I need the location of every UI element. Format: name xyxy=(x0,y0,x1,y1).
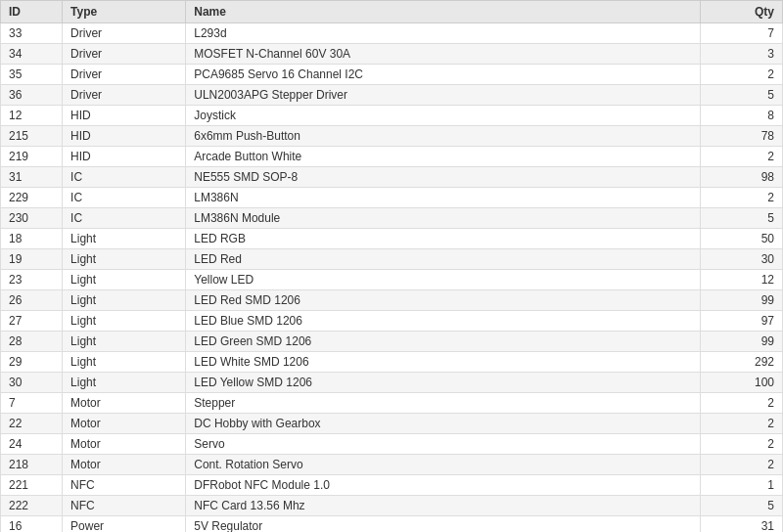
cell-name: LM386N Module xyxy=(186,208,701,229)
cell-type: HID xyxy=(63,126,186,147)
cell-id: 229 xyxy=(1,188,63,208)
cell-id: 26 xyxy=(1,290,63,311)
cell-qty: 2 xyxy=(700,188,782,208)
cell-id: 16 xyxy=(1,516,63,533)
table-row[interactable]: 27LightLED Blue SMD 120697 xyxy=(1,311,783,332)
table-row[interactable]: 221NFCDFRobot NFC Module 1.01 xyxy=(1,475,783,496)
cell-id: 215 xyxy=(1,126,63,147)
cell-qty: 98 xyxy=(700,167,782,188)
main-container: ID Type Name Qty 33DriverL293d734DriverM… xyxy=(0,0,783,532)
table-row[interactable]: 215HID6x6mm Push-Button78 xyxy=(1,126,783,147)
cell-name: 6x6mm Push-Button xyxy=(186,126,701,147)
table-row[interactable]: 34DriverMOSFET N-Channel 60V 30A3 xyxy=(1,44,783,65)
cell-qty: 2 xyxy=(700,65,782,85)
col-header-type[interactable]: Type xyxy=(63,1,186,23)
table-row[interactable]: 16Power5V Regulator31 xyxy=(1,516,783,533)
table-row[interactable]: 12HIDJoystick8 xyxy=(1,106,783,126)
table-row[interactable]: 35DriverPCA9685 Servo 16 Channel I2C2 xyxy=(1,65,783,85)
cell-name: DFRobot NFC Module 1.0 xyxy=(186,475,701,496)
cell-type: NFC xyxy=(63,475,186,496)
cell-qty: 30 xyxy=(700,249,782,270)
cell-type: Driver xyxy=(63,44,186,65)
cell-type: HID xyxy=(63,147,186,167)
inventory-table: ID Type Name Qty 33DriverL293d734DriverM… xyxy=(0,0,783,532)
table-row[interactable]: 36DriverULN2003APG Stepper Driver5 xyxy=(1,85,783,106)
cell-id: 31 xyxy=(1,167,63,188)
cell-name: NFC Card 13.56 Mhz xyxy=(186,496,701,516)
cell-qty: 5 xyxy=(700,85,782,106)
cell-id: 30 xyxy=(1,373,63,393)
cell-name: Joystick xyxy=(186,106,701,126)
col-header-name[interactable]: Name xyxy=(186,1,701,23)
table-row[interactable]: 23LightYellow LED12 xyxy=(1,270,783,290)
table-row[interactable]: 219HIDArcade Button White2 xyxy=(1,147,783,167)
cell-type: Light xyxy=(63,332,186,352)
cell-qty: 7 xyxy=(700,23,782,44)
cell-type: Light xyxy=(63,270,186,290)
cell-type: Motor xyxy=(63,414,186,434)
cell-id: 230 xyxy=(1,208,63,229)
cell-qty: 5 xyxy=(700,496,782,516)
table-row[interactable]: 7MotorStepper2 xyxy=(1,393,783,414)
table-row[interactable]: 29LightLED White SMD 1206292 xyxy=(1,352,783,373)
cell-name: L293d xyxy=(186,23,701,44)
table-row[interactable]: 26LightLED Red SMD 120699 xyxy=(1,290,783,311)
cell-type: Driver xyxy=(63,23,186,44)
cell-type: HID xyxy=(63,106,186,126)
cell-qty: 2 xyxy=(700,393,782,414)
table-row[interactable]: 229ICLM386N2 xyxy=(1,188,783,208)
table-row[interactable]: 18LightLED RGB50 xyxy=(1,229,783,249)
cell-name: LED Yellow SMD 1206 xyxy=(186,373,701,393)
cell-name: LED Red SMD 1206 xyxy=(186,290,701,311)
cell-qty: 2 xyxy=(700,434,782,455)
cell-type: Driver xyxy=(63,85,186,106)
cell-type: IC xyxy=(63,188,186,208)
cell-name: LM386N xyxy=(186,188,701,208)
cell-qty: 2 xyxy=(700,455,782,475)
cell-type: Power xyxy=(63,516,186,533)
cell-qty: 1 xyxy=(700,475,782,496)
cell-qty: 292 xyxy=(700,352,782,373)
cell-qty: 99 xyxy=(700,332,782,352)
cell-qty: 100 xyxy=(700,373,782,393)
cell-name: 5V Regulator xyxy=(186,516,701,533)
table-row[interactable]: 30LightLED Yellow SMD 1206100 xyxy=(1,373,783,393)
cell-type: Light xyxy=(63,352,186,373)
cell-name: Cont. Rotation Servo xyxy=(186,455,701,475)
cell-qty: 5 xyxy=(700,208,782,229)
cell-id: 28 xyxy=(1,332,63,352)
col-header-qty[interactable]: Qty xyxy=(700,1,782,23)
cell-qty: 3 xyxy=(700,44,782,65)
cell-qty: 97 xyxy=(700,311,782,332)
cell-id: 19 xyxy=(1,249,63,270)
cell-name: LED Green SMD 1206 xyxy=(186,332,701,352)
cell-name: Stepper xyxy=(186,393,701,414)
col-header-id[interactable]: ID xyxy=(1,1,63,23)
cell-type: Driver xyxy=(63,65,186,85)
table-row[interactable]: 33DriverL293d7 xyxy=(1,23,783,44)
table-row[interactable]: 230ICLM386N Module5 xyxy=(1,208,783,229)
cell-qty: 78 xyxy=(700,126,782,147)
table-row[interactable]: 28LightLED Green SMD 120699 xyxy=(1,332,783,352)
cell-type: Motor xyxy=(63,455,186,475)
table-row[interactable]: 31ICNE555 SMD SOP-898 xyxy=(1,167,783,188)
table-row[interactable]: 22MotorDC Hobby with Gearbox2 xyxy=(1,414,783,434)
cell-name: DC Hobby with Gearbox xyxy=(186,414,701,434)
cell-id: 219 xyxy=(1,147,63,167)
cell-id: 222 xyxy=(1,496,63,516)
cell-qty: 99 xyxy=(700,290,782,311)
cell-qty: 31 xyxy=(700,516,782,533)
cell-name: LED White SMD 1206 xyxy=(186,352,701,373)
cell-id: 221 xyxy=(1,475,63,496)
cell-qty: 8 xyxy=(700,106,782,126)
cell-id: 218 xyxy=(1,455,63,475)
table-row[interactable]: 218MotorCont. Rotation Servo2 xyxy=(1,455,783,475)
cell-name: Yellow LED xyxy=(186,270,701,290)
table-row[interactable]: 19LightLED Red30 xyxy=(1,249,783,270)
cell-id: 18 xyxy=(1,229,63,249)
table-row[interactable]: 222NFCNFC Card 13.56 Mhz5 xyxy=(1,496,783,516)
table-row[interactable]: 24MotorServo2 xyxy=(1,434,783,455)
cell-name: PCA9685 Servo 16 Channel I2C xyxy=(186,65,701,85)
cell-type: Light xyxy=(63,290,186,311)
cell-type: Motor xyxy=(63,434,186,455)
